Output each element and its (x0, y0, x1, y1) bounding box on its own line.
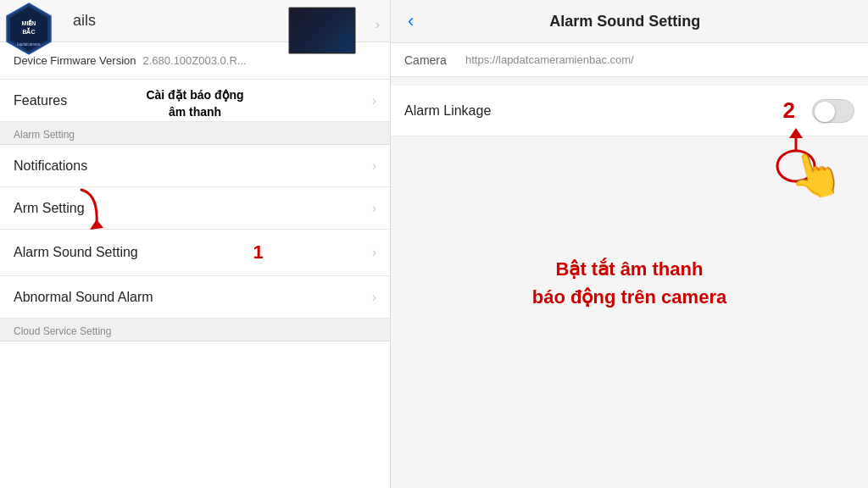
arm-setting-label: Arm Setting (14, 201, 85, 216)
right-panel: ‹ Alarm Sound Setting Camera https://lap… (391, 0, 868, 488)
camera-url: https://lapdatcameramienbac.com/ (465, 53, 634, 66)
alarm-linkage-label: Alarm Linkage (404, 103, 783, 119)
abnormal-sound-alarm-label: Abnormal Sound Alarm (14, 290, 153, 305)
cursor-icon: 👆 (782, 146, 847, 202)
alarm-sound-chevron-icon: › (372, 245, 376, 260)
right-annotation-area: Bật tắt âm thanhbáo động trên camera (391, 204, 868, 328)
left-header-title: ails (73, 12, 96, 30)
right-annotation-text: Bật tắt âm thanhbáo động trên camera (416, 255, 843, 311)
sidebar-item-arm-setting[interactable]: Arm Setting › (0, 187, 390, 230)
firmware-value: 2.680.100Z003.0.R... (143, 54, 247, 67)
camera-thumbnail (288, 7, 356, 54)
svg-text:MIỀN: MIỀN (22, 19, 36, 26)
svg-point-6 (777, 151, 815, 181)
sidebar-item-notifications[interactable]: Notifications Cài đặt báo độngâm thanh › (0, 145, 390, 187)
notifications-label: Notifications (14, 158, 87, 174)
back-button[interactable]: ‹ (408, 10, 414, 32)
step-1-badge: 1 (253, 241, 264, 263)
right-header: ‹ Alarm Sound Setting (391, 0, 868, 43)
step-2-badge: 2 (783, 97, 795, 124)
svg-text:BẮC: BẮC (22, 27, 35, 35)
camera-url-bar: Camera https://lapdatcameramienbac.com/ (391, 43, 868, 77)
header-chevron-icon: › (376, 17, 380, 32)
sidebar-item-abnormal-sound-alarm[interactable]: Abnormal Sound Alarm › (0, 276, 390, 319)
arm-setting-chevron-icon: › (372, 201, 376, 216)
cloud-service-group-label: Cloud Service Setting (0, 319, 390, 341)
features-label: Features (14, 93, 67, 108)
alarm-linkage-row: Alarm Linkage 2 👆 (391, 86, 868, 136)
left-header: ails › (0, 0, 390, 42)
svg-marker-8 (789, 128, 803, 138)
camera-label: Camera (404, 53, 455, 67)
features-chevron-icon: › (372, 93, 376, 108)
alarm-setting-group-label: Alarm Setting (0, 122, 390, 145)
sidebar-item-features[interactable]: Features › (0, 80, 390, 122)
hand-pointer-annotation (771, 128, 821, 191)
left-panel: MIỀN BẮC lapdatcamera ails › Device Firm… (0, 0, 391, 488)
abnormal-sound-chevron-icon: › (372, 290, 376, 305)
logo-container: MIỀN BẮC lapdatcamera (2, 2, 56, 59)
sidebar-item-alarm-sound-setting[interactable]: Alarm Sound Setting 1 › (0, 230, 390, 276)
svg-text:lapdatcamera: lapdatcamera (17, 42, 41, 47)
toggle-knob (815, 102, 835, 122)
camera-thumbnail-image (290, 8, 354, 53)
alarm-linkage-toggle[interactable] (812, 99, 854, 123)
notifications-chevron-icon: › (372, 158, 376, 174)
alarm-sound-setting-label: Alarm Sound Setting (14, 245, 138, 260)
right-title: Alarm Sound Setting (424, 13, 826, 30)
